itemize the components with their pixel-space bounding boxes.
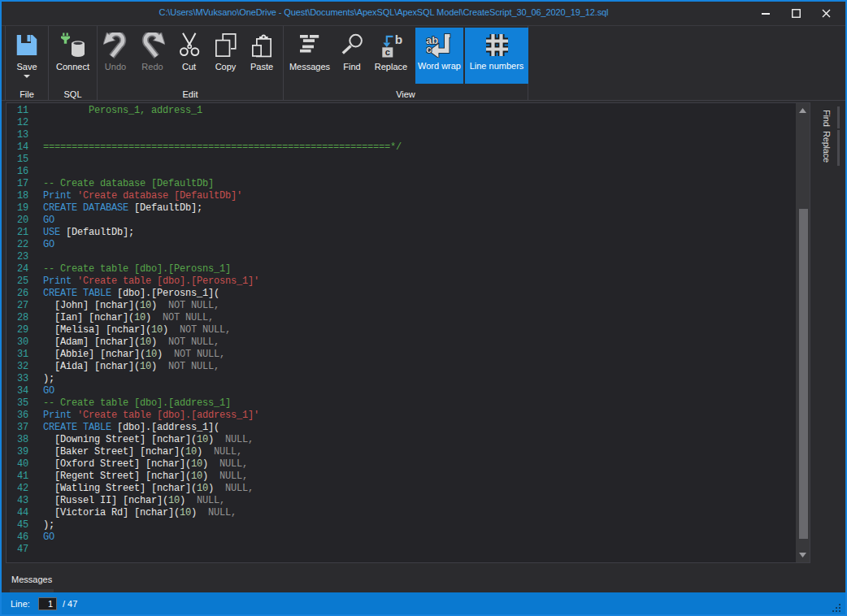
svg-text:c: c: [385, 47, 390, 57]
svg-text:b: b: [395, 33, 402, 46]
svg-text:c: c: [426, 43, 432, 55]
